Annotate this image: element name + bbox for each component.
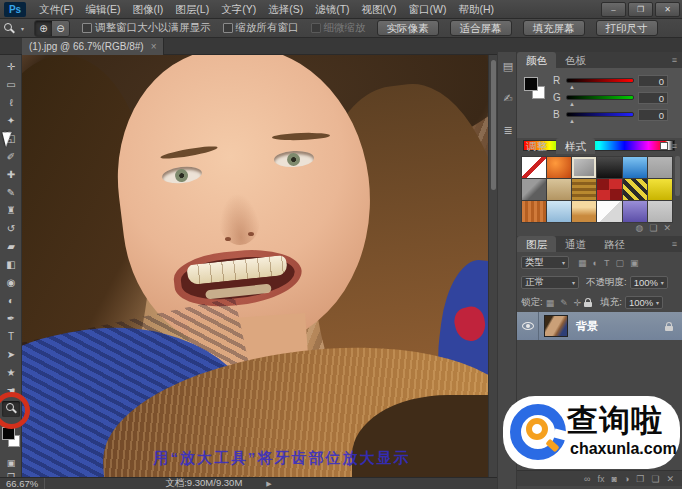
move-tool[interactable]: ✛ <box>2 59 20 75</box>
link-layers-icon[interactable]: ∞ <box>584 474 590 484</box>
clone-stamp-tool[interactable]: ♜ <box>2 203 20 219</box>
styles-scrollbar[interactable] <box>675 156 680 196</box>
brush-tool[interactable]: ✎ <box>2 185 20 201</box>
style-swatch[interactable] <box>623 157 647 178</box>
style-swatch[interactable] <box>522 157 546 178</box>
tab-color[interactable]: 颜色 <box>517 52 556 68</box>
menu-type[interactable]: 文字(Y) <box>215 0 262 19</box>
tool-preset-caret-icon[interactable]: ▾ <box>21 25 24 32</box>
foreground-color-swatch[interactable] <box>2 427 15 440</box>
lasso-tool[interactable]: ℓ <box>2 95 20 111</box>
menu-edit[interactable]: 编辑(E) <box>79 0 126 19</box>
style-swatch[interactable] <box>547 179 571 200</box>
collapsed-panel-icon-3[interactable]: ≣ <box>501 124 515 137</box>
filter-pixel-icon[interactable]: ▦ <box>578 258 587 268</box>
slider-marker-icon[interactable]: ▲ <box>569 118 575 124</box>
layer-row-background[interactable]: 背景 <box>517 312 682 340</box>
layer-effects-icon[interactable]: fx <box>597 474 604 484</box>
checkbox-box[interactable] <box>82 23 92 33</box>
canvas-scrollbar[interactable] <box>488 55 497 477</box>
blue-value-field[interactable]: 0 <box>638 109 668 121</box>
style-swatch[interactable] <box>547 201 571 222</box>
tab-channels[interactable]: 通道 <box>556 236 595 252</box>
checkbox-resize-windows[interactable]: 调整窗口大小以满屏显示 <box>82 21 211 35</box>
style-swatch[interactable] <box>648 201 672 222</box>
style-swatch[interactable] <box>597 201 621 222</box>
tab-layers[interactable]: 图层 <box>517 236 556 252</box>
style-swatch[interactable] <box>597 157 621 178</box>
style-swatch[interactable] <box>648 179 672 200</box>
zoom-out-button[interactable]: ⊖ <box>52 21 69 36</box>
gradient-tool[interactable]: ◧ <box>2 257 20 273</box>
menu-window[interactable]: 窗口(W) <box>403 0 453 19</box>
lock-move-icon[interactable]: ✛ <box>574 298 582 308</box>
close-button[interactable]: ✕ <box>655 2 680 17</box>
eyedropper-tool[interactable]: ✐ <box>2 149 20 165</box>
menu-filter[interactable]: 滤镜(T) <box>309 0 355 19</box>
shape-tool[interactable]: ★ <box>2 365 20 381</box>
menu-select[interactable]: 选择(S) <box>262 0 309 19</box>
blur-tool[interactable]: ◉ <box>2 275 20 291</box>
lock-paint-icon[interactable]: ✎ <box>560 298 568 308</box>
panel-menu-icon[interactable]: ≡ <box>672 138 682 154</box>
red-slider[interactable]: ▲ <box>566 78 634 83</box>
menu-help[interactable]: 帮助(H) <box>453 0 501 19</box>
tab-paths[interactable]: 路径 <box>595 236 634 252</box>
color-panel-swatches[interactable] <box>523 76 549 102</box>
pen-tool[interactable]: ✒ <box>2 311 20 327</box>
style-swatch[interactable] <box>597 179 621 200</box>
opacity-field[interactable]: 100%▾ <box>630 276 668 289</box>
layer-filter-dropdown[interactable]: 类型▾ <box>521 256 569 269</box>
style-swatch[interactable] <box>623 179 647 200</box>
zoom-in-button[interactable]: ⊕ <box>35 21 52 36</box>
checkbox-box[interactable] <box>223 23 233 33</box>
eraser-tool[interactable]: ▰ <box>2 239 20 255</box>
red-value-field[interactable]: 0 <box>638 75 668 87</box>
fill-screen-button[interactable]: 填充屏幕 <box>523 20 585 36</box>
new-style-icon[interactable]: ❏ <box>649 223 663 233</box>
restore-button[interactable]: ❐ <box>628 2 653 17</box>
style-swatch[interactable] <box>547 157 571 178</box>
layer-group-icon[interactable]: ❐ <box>636 474 644 484</box>
menu-file[interactable]: 文件(F) <box>33 0 79 19</box>
collapsed-panel-icon-1[interactable]: ▤ <box>501 60 515 73</box>
history-brush-tool[interactable]: ↺ <box>2 221 20 237</box>
lock-transparent-icon[interactable]: ▦ <box>546 298 555 308</box>
collapsed-panel-icon-2[interactable]: ✍ <box>501 92 515 105</box>
style-swatch[interactable] <box>522 179 546 200</box>
filter-adjustment-icon[interactable]: ◐ <box>593 258 598 268</box>
tab-styles[interactable]: 样式 <box>556 138 595 154</box>
type-tool[interactable]: T <box>2 329 20 345</box>
checkbox-zoom-all-windows[interactable]: 缩放所有窗口 <box>223 21 299 35</box>
dodge-tool[interactable]: ◐ <box>2 293 20 309</box>
fit-screen-button[interactable]: 适合屏幕 <box>450 20 512 36</box>
panel-menu-icon[interactable]: ≡ <box>672 236 682 252</box>
tab-close-icon[interactable]: × <box>151 41 157 52</box>
fill-field[interactable]: 100%▾ <box>625 296 663 309</box>
adjustment-layer-icon[interactable]: ◑ <box>624 474 629 484</box>
layer-thumbnail[interactable] <box>544 315 568 337</box>
green-value-field[interactable]: 0 <box>638 92 668 104</box>
style-swatch[interactable] <box>648 157 672 178</box>
scrollbar-thumb[interactable] <box>491 60 496 190</box>
filter-type-icon[interactable]: T <box>604 258 610 268</box>
clear-style-icon[interactable]: ◍ <box>636 223 650 233</box>
path-selection-tool[interactable]: ➤ <box>2 347 20 363</box>
new-layer-icon[interactable]: ❏ <box>651 474 659 484</box>
style-swatch[interactable] <box>572 179 596 200</box>
marquee-tool[interactable]: ▭ <box>2 77 20 93</box>
status-options-arrow-icon[interactable]: ▶ <box>266 480 271 488</box>
panel-menu-icon[interactable]: ≡ <box>672 52 682 68</box>
print-size-button[interactable]: 打印尺寸 <box>596 20 658 36</box>
style-swatch[interactable] <box>623 201 647 222</box>
green-slider[interactable]: ▲ <box>566 95 634 100</box>
blend-mode-dropdown[interactable]: 正常▾ <box>521 276 579 289</box>
actual-pixels-button[interactable]: 实际像素 <box>377 20 439 36</box>
menu-layer[interactable]: 图层(L) <box>169 0 215 19</box>
tab-adjustments[interactable]: 调整 <box>517 138 556 154</box>
zoom-level-field[interactable]: 66.67% <box>0 478 45 489</box>
tab-swatches[interactable]: 色板 <box>556 52 595 68</box>
delete-layer-icon[interactable]: ✕ <box>666 474 674 484</box>
layer-mask-icon[interactable]: ◙ <box>611 474 616 484</box>
style-swatch[interactable] <box>522 201 546 222</box>
